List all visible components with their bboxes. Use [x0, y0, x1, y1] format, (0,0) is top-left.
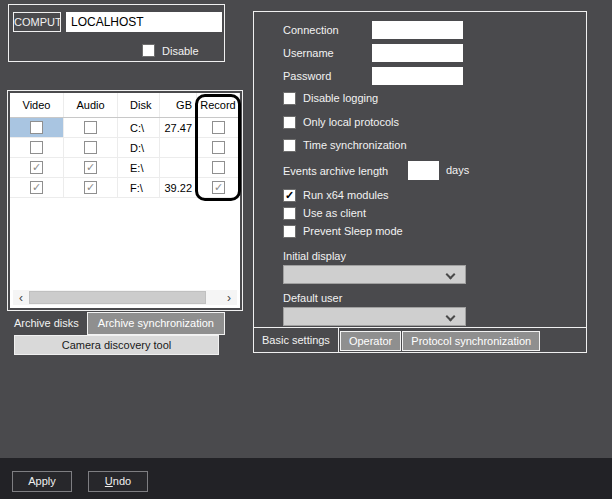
- settings-tab-bar: Basic settings Operator Protocol synchro…: [254, 327, 586, 352]
- only-local-protocols-row: Only local protocols: [283, 115, 576, 129]
- camera-discovery-button[interactable]: Camera discovery tool: [14, 335, 219, 355]
- run-x64-label: Run x64 modules: [303, 189, 389, 201]
- connection-label: Connection: [283, 24, 372, 36]
- password-input[interactable]: [372, 67, 463, 85]
- disable-logging-label: Disable logging: [303, 92, 378, 104]
- cell-disk: D:\: [118, 138, 160, 157]
- default-user-dropdown[interactable]: [283, 307, 466, 326]
- cell-video: [10, 158, 64, 177]
- time-synchronization-row: Time synchronization: [283, 138, 576, 152]
- cell-gb: 27.47: [160, 118, 197, 137]
- scroll-left-icon[interactable]: ‹: [13, 290, 29, 305]
- cell-video: [10, 138, 64, 157]
- footer-bar: Apply Undo: [0, 458, 612, 499]
- chevron-down-icon: [446, 270, 456, 280]
- archive-tab-bar: Archive disks Archive synchronization: [8, 312, 225, 335]
- run-x64-checkbox[interactable]: [283, 189, 296, 202]
- password-label: Password: [283, 70, 372, 82]
- table-row[interactable]: E:\: [10, 158, 240, 178]
- audio-checkbox[interactable]: [84, 121, 97, 134]
- video-checkbox[interactable]: [30, 121, 43, 134]
- host-input[interactable]: [66, 12, 222, 32]
- computer-button[interactable]: COMPUT: [13, 12, 61, 32]
- tab-protocol-synchronization[interactable]: Protocol synchronization: [402, 331, 540, 351]
- cell-gb: 39.22: [160, 178, 197, 197]
- connection-row: Connection: [283, 21, 576, 39]
- column-header-gb[interactable]: GB: [160, 93, 197, 117]
- events-archive-label: Events archive length: [283, 165, 388, 177]
- horizontal-scrollbar[interactable]: ‹ ›: [13, 290, 237, 305]
- prevent-sleep-checkbox[interactable]: [283, 225, 296, 238]
- cell-gb: [160, 158, 197, 177]
- disable-logging-row: Disable logging: [283, 91, 576, 105]
- column-header-video[interactable]: Video: [10, 93, 64, 117]
- password-row: Password: [283, 67, 576, 85]
- apply-button[interactable]: Apply: [12, 471, 72, 492]
- prevent-sleep-label: Prevent Sleep mode: [303, 225, 403, 237]
- username-row: Username: [283, 44, 576, 62]
- use-as-client-label: Use as client: [303, 207, 366, 219]
- cell-audio: [64, 158, 118, 177]
- settings-panel: Connection Username Password Disable log…: [253, 11, 587, 353]
- column-header-record[interactable]: Record: [197, 93, 240, 117]
- cell-video: [10, 178, 64, 197]
- use-as-client-checkbox[interactable]: [283, 207, 296, 220]
- record-checkbox[interactable]: [212, 181, 225, 194]
- record-checkbox[interactable]: [212, 141, 225, 154]
- record-checkbox[interactable]: [212, 121, 225, 134]
- prevent-sleep-row: Prevent Sleep mode: [283, 224, 576, 238]
- server-disable-checkbox[interactable]: [142, 44, 155, 57]
- cell-disk: F:\: [118, 178, 160, 197]
- cell-record: [197, 158, 240, 177]
- cell-record: [197, 178, 240, 197]
- video-checkbox[interactable]: [30, 161, 43, 174]
- only-local-protocols-checkbox[interactable]: [283, 116, 296, 129]
- time-synchronization-checkbox[interactable]: [283, 139, 296, 152]
- table-row[interactable]: F:\ 39.22: [10, 178, 240, 198]
- username-input[interactable]: [372, 44, 463, 62]
- events-archive-input[interactable]: [408, 161, 439, 180]
- disk-table: Video Audio Disk GB Record C:\ 27.47: [10, 93, 240, 308]
- events-archive-row: Events archive length days: [283, 161, 576, 180]
- server-disable-row: Disable: [142, 44, 199, 57]
- scroll-right-icon[interactable]: ›: [221, 290, 237, 305]
- archive-disks-panel: Video Audio Disk GB Record C:\ 27.47: [7, 90, 243, 311]
- tab-archive-disks[interactable]: Archive disks: [8, 312, 85, 335]
- cell-audio: [64, 138, 118, 157]
- cell-disk: E:\: [118, 158, 160, 177]
- disk-table-header: Video Audio Disk GB Record: [10, 93, 240, 118]
- record-checkbox[interactable]: [212, 161, 225, 174]
- column-header-audio[interactable]: Audio: [64, 93, 118, 117]
- default-user-label: Default user: [283, 292, 576, 305]
- cell-gb: [160, 138, 197, 157]
- column-header-disk[interactable]: Disk: [118, 93, 160, 117]
- only-local-protocols-label: Only local protocols: [303, 116, 399, 128]
- video-checkbox[interactable]: [30, 181, 43, 194]
- server-panel: COMPUT Disable: [8, 4, 225, 62]
- tab-operator[interactable]: Operator: [340, 331, 401, 351]
- username-label: Username: [283, 47, 372, 59]
- cell-audio: [64, 178, 118, 197]
- connection-input[interactable]: [372, 21, 463, 39]
- cell-video: [10, 118, 64, 137]
- scrollbar-track[interactable]: [29, 290, 221, 305]
- events-archive-unit: days: [446, 164, 469, 176]
- undo-button[interactable]: Undo: [88, 471, 148, 492]
- cell-record: [197, 138, 240, 157]
- table-row[interactable]: D:\: [10, 138, 240, 158]
- audio-checkbox[interactable]: [84, 161, 97, 174]
- cell-disk: C:\: [118, 118, 160, 137]
- tab-basic-settings[interactable]: Basic settings: [254, 328, 339, 352]
- audio-checkbox[interactable]: [84, 141, 97, 154]
- tab-archive-synchronization[interactable]: Archive synchronization: [87, 312, 225, 335]
- use-as-client-row: Use as client: [283, 206, 576, 220]
- table-row[interactable]: C:\ 27.47: [10, 118, 240, 138]
- time-synchronization-label: Time synchronization: [303, 139, 407, 151]
- initial-display-dropdown[interactable]: [283, 265, 466, 284]
- scrollbar-thumb[interactable]: [29, 291, 206, 304]
- audio-checkbox[interactable]: [84, 181, 97, 194]
- disable-logging-checkbox[interactable]: [283, 92, 296, 105]
- video-checkbox[interactable]: [30, 141, 43, 154]
- cell-record: [197, 118, 240, 137]
- server-disable-label: Disable: [162, 45, 199, 57]
